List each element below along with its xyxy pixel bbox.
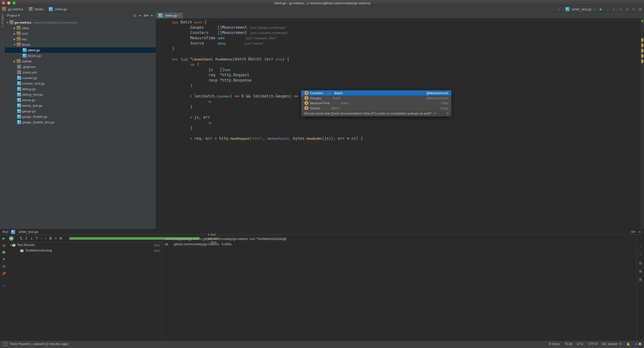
up-icon[interactable]: ↑ (41, 236, 43, 240)
profile-button[interactable]: ⤻ (619, 7, 622, 11)
expand-icon[interactable]: » (3, 284, 5, 288)
completion-popup[interactable]: fCounters → Batch []Measurement fGauges … (301, 90, 452, 117)
history-icon[interactable]: 🗎 (49, 236, 52, 240)
inspections-icon[interactable]: ☺ (635, 342, 641, 346)
structure-icon[interactable]: ▦ (638, 7, 642, 11)
hide-icon[interactable]: ⇤ (151, 14, 154, 17)
export2-icon[interactable]: ⎋ (55, 236, 57, 240)
completion-item[interactable]: fCounters → Batch []Measurement (301, 90, 451, 95)
tsettings-icon[interactable]: ⚙ (59, 236, 62, 240)
left-tool-gutter: 1: Project (0, 12, 5, 229)
down-arrow-icon[interactable]: ↓ (639, 245, 641, 248)
debug-button[interactable]: ☼ (606, 7, 609, 11)
run-config-select[interactable]: writer_test.go (564, 6, 596, 12)
down-icon[interactable]: ↓ (45, 236, 47, 240)
navigation-bar: go-metrics 〉 librato 〉 client.go ⇣ write… (0, 6, 644, 12)
stop-icon[interactable]: ■ (3, 257, 5, 261)
stop-button[interactable]: ■ (625, 7, 629, 11)
breadcrumb: go-metrics 〉 librato 〉 client.go (2, 7, 67, 11)
run-tool-window: Run writer_test.go ⚙▾⇤ ▶ ✪ ■ ▤ 📌 » OK ⇅ … (0, 229, 644, 341)
status-encoding[interactable]: UTF-8 (588, 342, 597, 346)
status-message: Tests Passed: 1 passed (2 minutes ago) (10, 342, 68, 346)
test-item[interactable]: OKTestMetricsSorting3ms (8, 248, 162, 253)
breadcrumb-file[interactable]: client.go (49, 7, 67, 11)
build-icon[interactable]: ⇣ (557, 7, 561, 11)
completion-hint: Did you know that Quick Documentation Vi… (301, 111, 451, 116)
chevron-right-icon: 〉 (24, 7, 28, 11)
attach-icon[interactable] (2, 251, 6, 254)
tree-item-selected: client.go (5, 47, 156, 53)
ok-filter[interactable]: OK (10, 237, 13, 240)
window-title: client.go - go-metrics - [~/work/src/git… (0, 1, 644, 5)
status-position[interactable]: 75:30 (564, 342, 573, 346)
sort-icon[interactable]: ⇅ (20, 236, 22, 240)
chevron-right-icon: 〉 (45, 7, 48, 11)
breadcrumb-folder[interactable]: librato (29, 7, 44, 11)
lock-icon[interactable]: 🔒 (626, 342, 630, 346)
run-label[interactable]: Run (3, 230, 9, 234)
completion-item[interactable]: fGauges → Batch []Measurement (301, 95, 451, 100)
pin-icon[interactable]: 📌 (2, 272, 6, 275)
up-arrow-icon[interactable]: ↑ (639, 236, 641, 240)
test-root[interactable]: ▼OKTest Results3ms (8, 242, 162, 248)
hide-icon[interactable]: ⇤ (639, 230, 641, 234)
completion-item[interactable]: fSource → Batch string (301, 106, 451, 111)
test-tree[interactable]: OK ⇅ ↧ ⤓ ⤒ ↑ ↓ 🗎 ⎋ ⚙ 1 test passed – 3ms… (8, 235, 162, 341)
window-titlebar: client.go - go-metrics - [~/work/src/git… (0, 0, 644, 6)
print-icon[interactable]: 🖶 (639, 269, 642, 273)
close-icon[interactable]: × (179, 14, 180, 17)
trash-icon[interactable]: 🗑 (639, 278, 642, 282)
debug-toggle[interactable]: ✪ (3, 244, 5, 248)
dump-icon[interactable]: ▤ (2, 264, 5, 268)
breadcrumb-root[interactable]: go-metrics (2, 7, 23, 11)
scroll-icon[interactable]: ▤ (639, 261, 642, 265)
project-title[interactable]: Project (7, 14, 17, 17)
status-eol[interactable]: LF≑ (577, 342, 584, 346)
coverage-button[interactable]: ⟫ (612, 7, 616, 11)
code-editor[interactable]: type Batch struct { Gauges []Measurement… (171, 19, 640, 229)
tool-windows-icon[interactable]: ▢ (3, 341, 8, 346)
tab-client-go[interactable]: client.go× (156, 12, 183, 18)
status-chars: 8 chars (549, 342, 560, 346)
wrap-icon[interactable]: ⤶ (639, 253, 642, 257)
collapse-icon[interactable]: ⇥ (138, 14, 141, 17)
sort2-icon[interactable]: ↧ (25, 236, 28, 240)
target-icon[interactable]: ◎ (133, 14, 136, 17)
console-output[interactable]: /usr/local/go/bin/go test -v github.com/… (162, 235, 636, 341)
gear-icon[interactable]: ⚙▾ (631, 230, 636, 234)
export-icon[interactable]: ⤒ (35, 236, 38, 240)
project-tool-button[interactable]: 1: Project (1, 14, 4, 28)
status-bar: ▢ Tests Passed: 1 passed (2 minutes ago)… (0, 341, 644, 347)
project-tree[interactable]: ▼go-metrics ~/work/src/github.com/rcrowl… (5, 19, 156, 126)
status-git[interactable]: Git: master ≑ (602, 342, 622, 346)
run-config-name[interactable]: writer_test.go (19, 230, 38, 234)
sync-icon[interactable]: ⟳ (632, 7, 635, 11)
run-button[interactable]: ▶ (599, 7, 603, 11)
gear-icon[interactable]: ⚙▾ (144, 14, 148, 17)
import-icon[interactable]: ⤓ (30, 236, 33, 240)
project-panel: Project ▾ ◎ ⇥ ⚙▾ ⇤ ▼go-metrics ~/work/sr… (5, 12, 156, 229)
completion-item[interactable]: fMeasureTime → Batch int64 (301, 100, 451, 106)
error-stripe[interactable] (640, 19, 644, 229)
rerun-button[interactable]: ▶ (3, 236, 5, 240)
line-gutter[interactable] (156, 19, 171, 229)
